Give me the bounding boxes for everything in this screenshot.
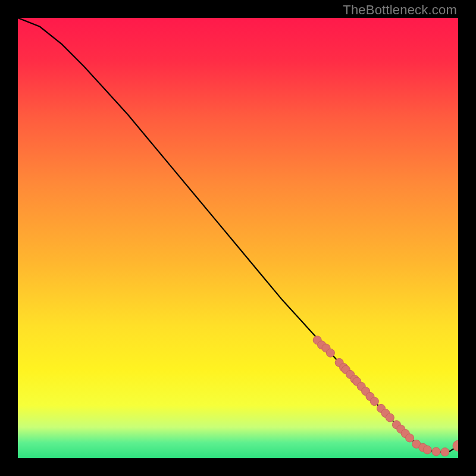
data-marker bbox=[441, 448, 449, 456]
plot-area bbox=[18, 18, 458, 458]
data-marker bbox=[432, 447, 440, 456]
data-marker bbox=[326, 349, 334, 357]
data-marker bbox=[406, 434, 414, 442]
data-marker bbox=[453, 440, 458, 451]
chart-stage: TheBottleneck.com bbox=[0, 0, 476, 476]
bottleneck-curve bbox=[18, 18, 458, 452]
data-marker bbox=[423, 446, 431, 454]
data-markers bbox=[313, 336, 458, 456]
data-marker bbox=[386, 414, 394, 422]
chart-overlay bbox=[18, 18, 458, 458]
watermark-text: TheBottleneck.com bbox=[343, 2, 457, 18]
data-marker bbox=[370, 397, 378, 406]
